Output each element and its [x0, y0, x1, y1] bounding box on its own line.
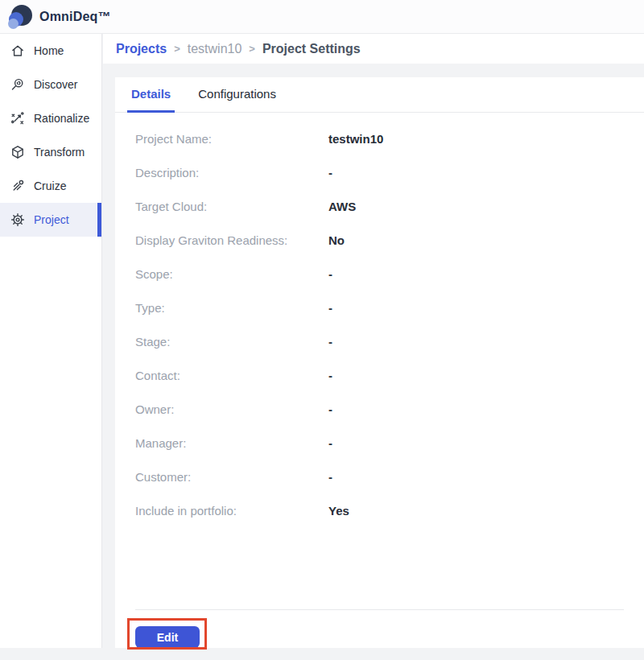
field-row: Project Name:testwin10: [135, 122, 644, 155]
sidebar-menu: HomeDiscoverRationalizeTransformCruizePr…: [0, 34, 101, 237]
tab-bar: DetailsConfigurations: [115, 77, 644, 113]
details-fields: Project Name:testwin10Description:-Targe…: [135, 122, 644, 527]
breadcrumb: Projects>testwin10>Project Settings: [116, 42, 361, 56]
field-label: Description:: [135, 166, 328, 179]
field-row: Include in portfolio:Yes: [135, 493, 644, 527]
field-label: Manager:: [135, 436, 328, 450]
tab-details[interactable]: Details: [127, 77, 175, 113]
field-value: No: [328, 233, 345, 247]
field-value: -: [328, 436, 332, 450]
field-row: Contact:-: [135, 358, 644, 392]
field-value: -: [328, 369, 332, 382]
sidebar-item-project[interactable]: Project: [0, 203, 101, 237]
field-value: testwin10: [328, 132, 383, 146]
field-value: -: [328, 402, 332, 416]
field-value: -: [328, 267, 332, 281]
field-row: Stage:-: [135, 324, 644, 358]
field-label: Display Graviton Readiness:: [135, 233, 328, 247]
sidebar-item-label: Project: [34, 213, 69, 226]
field-row: Target Cloud:AWS: [135, 189, 644, 223]
field-value: -: [328, 470, 332, 484]
field-row: Customer:-: [135, 460, 644, 493]
field-row: Manager:-: [135, 426, 644, 460]
breadcrumb-bar: Projects>testwin10>Project Settings: [103, 34, 644, 64]
field-row: Scope:-: [135, 257, 644, 291]
field-label: Customer:: [135, 470, 328, 484]
field-label: Target Cloud:: [135, 200, 328, 213]
field-label: Project Name:: [135, 132, 328, 146]
field-value: -: [328, 301, 332, 315]
rationalize-icon: [10, 111, 25, 126]
field-value: -: [328, 335, 332, 349]
sidebar-item-cruize[interactable]: Cruize: [0, 169, 101, 203]
edit-button[interactable]: Edit: [135, 626, 200, 648]
discover-icon: [10, 77, 25, 92]
field-value: AWS: [328, 200, 356, 213]
breadcrumb-separator-icon: >: [249, 43, 255, 55]
field-row: Display Graviton Readiness:No: [135, 223, 644, 257]
footer-divider: [135, 609, 624, 610]
field-label: Owner:: [135, 402, 328, 416]
field-row: Owner:-: [135, 392, 644, 426]
tab-configurations[interactable]: Configurations: [194, 77, 280, 113]
field-label: Scope:: [135, 267, 328, 281]
app-header: OmniDeq™: [0, 0, 644, 34]
home-icon: [10, 43, 25, 58]
omnideq-logo-icon: [8, 5, 32, 29]
field-label: Contact:: [135, 369, 328, 382]
field-label: Stage:: [135, 335, 328, 349]
sidebar: HomeDiscoverRationalizeTransformCruizePr…: [0, 34, 102, 648]
project-gear-icon: [10, 212, 25, 227]
field-row: Description:-: [135, 155, 644, 189]
field-label: Type:: [135, 301, 328, 315]
transform-icon: [10, 145, 25, 159]
sidebar-item-label: Home: [34, 44, 64, 57]
sidebar-item-transform[interactable]: Transform: [0, 135, 101, 169]
cruize-icon: [10, 179, 25, 193]
breadcrumb-item-project-settings: Project Settings: [262, 42, 361, 56]
field-row: Type:-: [135, 291, 644, 324]
field-value: Yes: [328, 504, 349, 518]
field-value: -: [328, 166, 332, 179]
brand-name: OmniDeq™: [39, 10, 111, 24]
breadcrumb-separator-icon: >: [174, 43, 180, 55]
breadcrumb-item-testwin10: testwin10: [188, 42, 242, 56]
sidebar-item-label: Rationalize: [34, 112, 89, 125]
sidebar-item-label: Transform: [34, 146, 85, 159]
sidebar-item-discover[interactable]: Discover: [0, 68, 101, 101]
breadcrumb-item-projects[interactable]: Projects: [116, 42, 167, 56]
sidebar-item-label: Cruize: [34, 179, 66, 192]
field-label: Include in portfolio:: [135, 504, 328, 518]
project-settings-card: DetailsConfigurations Project Name:testw…: [115, 77, 644, 648]
sidebar-item-label: Discover: [34, 78, 77, 91]
sidebar-item-rationalize[interactable]: Rationalize: [0, 101, 101, 135]
sidebar-item-home[interactable]: Home: [0, 34, 101, 68]
